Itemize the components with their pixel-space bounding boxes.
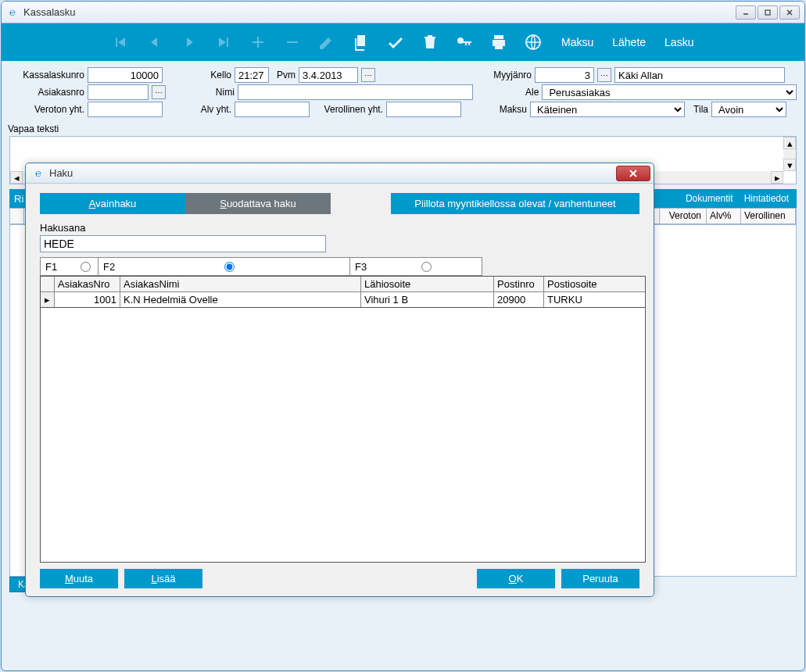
myyjanimi-input[interactable] bbox=[614, 67, 785, 83]
globe-icon[interactable] bbox=[524, 33, 543, 52]
add-icon[interactable] bbox=[249, 33, 267, 52]
tab-suodattava[interactable]: Suodattava hakuSuodattava haku bbox=[185, 193, 331, 214]
scroll-right-icon[interactable]: ▸ bbox=[771, 171, 783, 184]
dialog-close-button[interactable] bbox=[616, 166, 650, 181]
f3-radio[interactable] bbox=[421, 262, 432, 272]
result-body[interactable] bbox=[40, 308, 646, 563]
maksu-button[interactable]: Maksu bbox=[561, 36, 593, 48]
pvm-label: Pvm bbox=[272, 70, 296, 80]
asiakasnro-input[interactable] bbox=[88, 84, 149, 100]
myyjanro-picker-button[interactable]: ⋯ bbox=[597, 68, 611, 82]
check-icon[interactable] bbox=[386, 33, 405, 52]
alv-input[interactable] bbox=[235, 102, 310, 117]
table-row[interactable]: ▸ 1001 K.N Hedelmiä Ovelle Vihuri 1 B 20… bbox=[41, 292, 645, 307]
cell-asiakasnimi: K.N Hedelmiä Ovelle bbox=[120, 292, 361, 307]
dialog-titlebar: ℮ Haku bbox=[26, 163, 654, 184]
minimize-button[interactable] bbox=[736, 5, 756, 20]
search-dialog: ℮ Haku AAvainhakuvainhaku Suodattava hak… bbox=[25, 163, 654, 597]
svg-rect-1 bbox=[765, 10, 770, 15]
scroll-down-icon[interactable]: ▾ bbox=[783, 159, 796, 171]
ale-label: Ale bbox=[476, 87, 539, 98]
muuta-button[interactable]: MuutaMuuta bbox=[40, 569, 118, 588]
lahete-button[interactable]: Lähete bbox=[612, 36, 646, 48]
radio-row: F1 F2 F3 bbox=[40, 257, 482, 276]
form-area: Kassalaskunro Kello Pvm ⋯ Myyjänro ⋯ Asi… bbox=[2, 61, 804, 122]
next-icon[interactable] bbox=[180, 33, 199, 52]
maximize-button[interactable] bbox=[758, 5, 778, 20]
myyjanro-input[interactable] bbox=[535, 67, 594, 83]
kassalaskunro-label: Kassalaskunro bbox=[9, 70, 84, 80]
dialog-title: Haku bbox=[49, 167, 616, 179]
pvm-input[interactable] bbox=[299, 67, 358, 83]
kello-label: Kello bbox=[184, 70, 231, 80]
dialog-icon: ℮ bbox=[32, 167, 45, 180]
nimi-input[interactable] bbox=[238, 84, 474, 100]
edit-icon[interactable] bbox=[317, 33, 336, 52]
ale-select[interactable]: Perusasiakas bbox=[542, 84, 797, 100]
hintatiedot-button[interactable]: Hintatiedot bbox=[744, 193, 789, 204]
scroll-left-icon[interactable]: ◂ bbox=[10, 171, 23, 184]
close-button[interactable] bbox=[779, 5, 800, 20]
hakusana-label: Hakusana bbox=[40, 222, 639, 234]
veroton-input[interactable] bbox=[88, 102, 163, 117]
nimi-label: Nimi bbox=[188, 87, 235, 98]
cell-postiosoite: TURKU bbox=[544, 292, 645, 307]
vapaa-teksti-label: Vapaa teksti bbox=[2, 122, 804, 136]
pvm-picker-button[interactable]: ⋯ bbox=[361, 68, 375, 82]
ok-button[interactable]: OKOK bbox=[477, 569, 555, 588]
myyjanro-label: Myyjänro bbox=[378, 70, 532, 80]
f3-label: F3 bbox=[355, 261, 367, 273]
verollinen-header: Verollinen bbox=[741, 209, 796, 224]
alv-header: Alv% bbox=[707, 209, 741, 224]
last-icon[interactable] bbox=[214, 33, 233, 52]
first-icon[interactable] bbox=[111, 33, 130, 52]
tab-avainhaku[interactable]: AAvainhakuvainhaku bbox=[40, 193, 185, 214]
hakusana-input[interactable] bbox=[40, 235, 326, 252]
close-icon bbox=[629, 169, 638, 178]
app-window: ℮ Kassalasku Maksu Lähete Lasku Kassalas… bbox=[1, 1, 805, 671]
ri-label: Ri bbox=[9, 193, 23, 205]
asiakasnro-label: Asiakasnro bbox=[9, 87, 84, 98]
tab-piilota[interactable]: Piillota myyntikiellossa olevat / vanhen… bbox=[391, 193, 639, 214]
copy-icon[interactable] bbox=[352, 33, 371, 52]
prev-icon[interactable] bbox=[145, 33, 164, 52]
lisaa-button[interactable]: LisääLisää bbox=[124, 569, 202, 588]
kello-input[interactable] bbox=[235, 67, 269, 83]
peruuta-button[interactable]: Peruuta bbox=[561, 569, 639, 588]
hdr-asiakasnimi: AsiakasNimi bbox=[120, 277, 361, 291]
cell-lahiosoite: Vihuri 1 B bbox=[361, 292, 494, 307]
f2-label: F2 bbox=[103, 261, 115, 273]
f2-radio[interactable] bbox=[224, 262, 235, 272]
cell-postinro: 20900 bbox=[494, 292, 544, 307]
hdr-postiosoite: Postiosoite bbox=[544, 277, 645, 291]
toolbar: Maksu Lähete Lasku bbox=[2, 23, 804, 61]
maksu-select[interactable]: Käteinen bbox=[530, 102, 685, 117]
trash-icon[interactable] bbox=[421, 33, 439, 52]
result-table: AsiakasNro AsiakasNimi Lähiosoite Postin… bbox=[40, 276, 646, 308]
lasku-button[interactable]: Lasku bbox=[665, 36, 693, 48]
veroton-header: Veroton bbox=[660, 209, 707, 224]
hdr-lahiosoite: Lähiosoite bbox=[361, 277, 494, 291]
alv-label: Alv yht. bbox=[184, 104, 231, 115]
remove-icon[interactable] bbox=[283, 33, 302, 52]
row-selector-icon: ▸ bbox=[41, 292, 55, 307]
printer-icon[interactable] bbox=[489, 33, 508, 52]
dokumentit-button[interactable]: Dokumentit bbox=[686, 193, 733, 204]
f1-radio[interactable] bbox=[81, 262, 91, 272]
veroton-label: Veroton yht. bbox=[9, 104, 84, 115]
asiakasnro-picker-button[interactable]: ⋯ bbox=[152, 85, 166, 99]
tila-label: Tila bbox=[688, 104, 708, 115]
verollinen-input[interactable] bbox=[386, 102, 461, 117]
titlebar: ℮ Kassalasku bbox=[2, 2, 804, 23]
scroll-up-icon[interactable]: ▴ bbox=[783, 137, 796, 149]
app-icon: ℮ bbox=[6, 6, 19, 19]
tila-select[interactable]: Avoin bbox=[711, 102, 786, 117]
vertical-scrollbar[interactable]: ▴ ▾ bbox=[783, 137, 796, 171]
kassalaskunro-input[interactable] bbox=[88, 67, 163, 83]
hdr-postinro: Postinro bbox=[494, 277, 544, 291]
maksu-label: Maksu bbox=[464, 104, 527, 115]
f1-label: F1 bbox=[45, 261, 57, 273]
key-icon[interactable] bbox=[455, 33, 474, 52]
window-title: Kassalasku bbox=[23, 6, 734, 18]
verollinen-label: Verollinen yht. bbox=[313, 104, 383, 115]
